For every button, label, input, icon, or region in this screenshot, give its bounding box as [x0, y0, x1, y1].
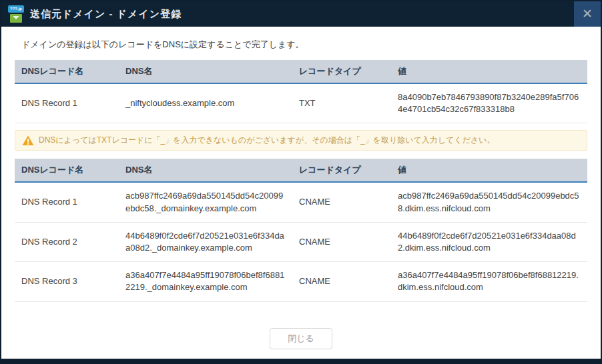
- table-header-row: DNSレコード名DNS名レコードタイプ値: [15, 159, 587, 182]
- cell-record-name: DNS Record 1: [15, 83, 119, 123]
- cell-record-type: CNAME: [292, 182, 391, 222]
- modal-body: ドメインの登録は以下のレコードをDNSに設定することで完了します。 DNSレコー…: [1, 27, 601, 321]
- cell-dns-name: 44b6489f0f2cde6f7d20521e031e6f334daa08d2…: [119, 222, 292, 261]
- domain-label-icon: ???.jp: [8, 5, 24, 13]
- domain-registration-modal: ???.jp 送信元ドメイン - ドメイン登録 ✕ ドメインの登録は以下のレコー…: [0, 0, 602, 364]
- envelope-icon: [10, 14, 22, 23]
- cell-record-name: DNS Record 2: [15, 222, 119, 261]
- cell-dns-name: acb987ffc2469a69da550145dd54c20099ebdc58…: [119, 182, 292, 222]
- txt-record-table: DNSレコード名DNS名レコードタイプ値 DNS Record 1_niftyc…: [15, 60, 587, 123]
- column-header-value: 値: [391, 159, 587, 182]
- cell-value: a36a407f7e4484a95ff19078f06bef8f68812219…: [391, 262, 587, 301]
- cell-dns-name: a36a407f7e4484a95ff19078f06bef8f68812219…: [119, 262, 292, 301]
- table-row: DNS Record 1_niftycloudess.example.comTX…: [15, 83, 587, 123]
- table-row: DNS Record 1acb987ffc2469a69da550145dd54…: [15, 182, 587, 222]
- modal-footer: 閉じる: [1, 321, 601, 359]
- column-header-dns-name: DNS名: [119, 60, 292, 83]
- cell-record-name: DNS Record 3: [15, 262, 119, 301]
- modal-header: ???.jp 送信元ドメイン - ドメイン登録 ✕: [1, 1, 601, 27]
- cname-record-table: DNSレコード名DNS名レコードタイプ値 DNS Record 1acb987f…: [15, 159, 587, 301]
- cell-value: 8a4090b7eb7846793890f87b3240e289fa5f7064…: [391, 83, 587, 123]
- column-header-record-name: DNSレコード名: [15, 159, 119, 182]
- warning-banner: DNSによってはTXTレコードに「_」を入力できないものがございますが、その場合…: [15, 130, 587, 151]
- column-header-dns-name: DNS名: [119, 159, 292, 182]
- close-icon[interactable]: ✕: [574, 1, 601, 27]
- table-row: DNS Record 3a36a407f7e4484a95ff19078f06b…: [15, 262, 587, 301]
- column-header-record-name: DNSレコード名: [15, 60, 119, 83]
- table-header-row: DNSレコード名DNS名レコードタイプ値: [15, 60, 587, 83]
- cell-value: 44b6489f0f2cde6f7d20521e031e6f334daa08d2…: [391, 222, 587, 261]
- table-row: DNS Record 244b6489f0f2cde6f7d20521e031e…: [15, 222, 587, 261]
- warning-triangle-icon: [22, 135, 34, 146]
- cell-value: acb987ffc2469a69da550145dd54c20099ebdc58…: [391, 182, 587, 222]
- warning-text: DNSによってはTXTレコードに「_」を入力できないものがございますが、その場合…: [39, 135, 495, 146]
- column-header-record-type: レコードタイプ: [292, 60, 391, 83]
- cell-dns-name: _niftycloudess.example.com: [119, 83, 292, 123]
- column-header-record-type: レコードタイプ: [292, 159, 391, 182]
- cell-record-name: DNS Record 1: [15, 182, 119, 222]
- modal-title: 送信元ドメイン - ドメイン登録: [30, 8, 182, 21]
- cell-record-type: TXT: [292, 83, 391, 123]
- column-header-value: 値: [391, 60, 587, 83]
- cell-record-type: CNAME: [292, 262, 391, 301]
- cell-record-type: CNAME: [292, 222, 391, 261]
- sender-domain-icon: ???.jp: [8, 5, 24, 23]
- intro-text: ドメインの登録は以下のレコードをDNSに設定することで完了します。: [21, 39, 587, 51]
- close-button[interactable]: 閉じる: [270, 328, 332, 349]
